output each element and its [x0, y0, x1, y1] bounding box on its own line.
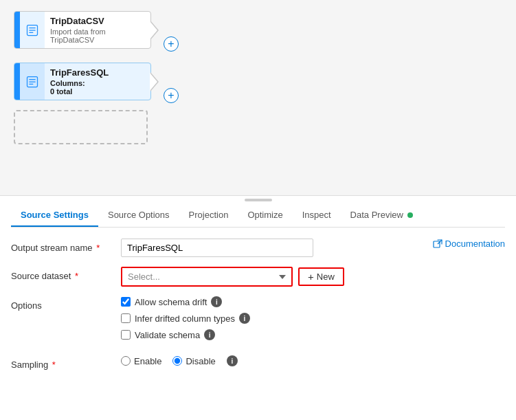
required-indicator-2: *: [75, 271, 78, 281]
tab-data-preview[interactable]: Data Preview: [341, 204, 423, 227]
node-tripdatacsv[interactable]: TripDataCSV Import data from TripDataCSV: [14, 11, 151, 49]
output-stream-label: Output stream name *: [11, 239, 121, 253]
panel-handle-bar: [245, 199, 272, 201]
sampling-row: Sampling * Enable Disable i: [11, 355, 505, 370]
sampling-disable-radio[interactable]: [172, 356, 182, 366]
tab-source-options[interactable]: Source Options: [98, 204, 179, 227]
node-columns-tripfaressql: Columns: 0 total: [50, 79, 145, 96]
output-stream-row: Output stream name * Documentation: [11, 239, 505, 257]
node-left-bar-2: [14, 63, 20, 100]
add-after-tripfaressql-button[interactable]: +: [164, 88, 179, 103]
node-title-tripfaressql: TripFaresSQL: [50, 67, 145, 78]
options-control: Allow schema drift i Infer drifted colum…: [121, 296, 505, 346]
node-subtitle-tripdatacsv: Import data from TripDataCSV: [50, 27, 145, 44]
canvas-area: TripDataCSV Import data from TripDataCSV…: [0, 0, 516, 196]
source-dataset-select[interactable]: Select...: [121, 267, 293, 287]
panel-handle[interactable]: [0, 196, 516, 204]
placeholder-node: [14, 110, 148, 144]
external-link-icon: [433, 239, 442, 249]
infer-drifted-label: Infer drifted column types: [135, 313, 235, 324]
allow-schema-drift-label: Allow schema drift: [135, 297, 207, 307]
sampling-enable-radio[interactable]: [121, 356, 131, 366]
sampling-control: Enable Disable i: [121, 355, 505, 366]
node-icon-tripdatacsv: [20, 12, 45, 48]
infer-drifted-row: Infer drifted column types i: [121, 313, 505, 324]
sampling-enable-label: Enable: [134, 356, 161, 366]
options-row: Options Allow schema drift i Infer drift…: [11, 296, 505, 346]
documentation-link[interactable]: Documentation: [433, 239, 505, 249]
node-body-tripdatacsv: TripDataCSV Import data from TripDataCSV: [45, 12, 150, 48]
sampling-disable-option: Disable: [172, 356, 215, 366]
sampling-label: Sampling *: [11, 355, 121, 370]
tab-source-settings[interactable]: Source Settings: [11, 204, 98, 227]
tab-optimize[interactable]: Optimize: [238, 204, 292, 227]
output-stream-input[interactable]: [121, 239, 313, 257]
source-dataset-label: Source dataset *: [11, 267, 121, 281]
node-tripfaressql-wrapper: TripFaresSQL Columns: 0 total +: [14, 63, 502, 100]
validate-schema-checkbox[interactable]: [121, 330, 131, 340]
node-title-tripdatacsv: TripDataCSV: [50, 16, 145, 26]
allow-schema-drift-info-icon[interactable]: i: [211, 296, 222, 307]
node-left-bar: [14, 12, 20, 48]
node-tripfaressql[interactable]: TripFaresSQL Columns: 0 total: [14, 63, 151, 100]
allow-schema-drift-checkbox[interactable]: [121, 297, 131, 307]
sampling-radio-row: Enable Disable i: [121, 355, 505, 366]
validate-schema-info-icon[interactable]: i: [204, 329, 215, 340]
required-indicator-1: *: [96, 243, 100, 253]
bottom-panel: Source Settings Source Options Projectio…: [0, 204, 516, 390]
options-label: Options: [11, 296, 121, 311]
sampling-info-icon[interactable]: i: [227, 355, 238, 366]
validate-schema-label: Validate schema: [135, 330, 200, 340]
output-stream-control: [121, 239, 419, 257]
tab-projection[interactable]: Projection: [179, 204, 238, 227]
tabs-bar: Source Settings Source Options Projectio…: [11, 204, 505, 228]
columns-value: 0 total: [50, 87, 72, 96]
node-body-tripfaressql: TripFaresSQL Columns: 0 total: [45, 63, 150, 100]
tab-inspect[interactable]: Inspect: [293, 204, 341, 227]
sampling-disable-label: Disable: [186, 356, 215, 366]
sampling-enable-option: Enable: [121, 356, 161, 366]
infer-drifted-info-icon[interactable]: i: [239, 313, 250, 324]
source-dataset-control: Select... + New: [121, 267, 505, 287]
data-preview-status-dot: [407, 212, 413, 218]
required-indicator-3: *: [52, 360, 56, 370]
validate-schema-row: Validate schema i: [121, 329, 505, 340]
svg-rect-2: [434, 241, 440, 247]
node-tripdatacsv-wrapper: TripDataCSV Import data from TripDataCSV…: [14, 11, 502, 49]
infer-drifted-checkbox[interactable]: [121, 313, 131, 323]
new-dataset-button[interactable]: + New: [298, 267, 344, 286]
allow-schema-drift-row: Allow schema drift i: [121, 296, 505, 307]
add-after-tripdatacsv-button[interactable]: +: [164, 36, 179, 52]
plus-icon: +: [308, 272, 314, 282]
source-dataset-row: Source dataset * Select... + New: [11, 267, 505, 287]
node-icon-tripfaressql: [20, 63, 45, 100]
select-row: Select... + New: [121, 267, 505, 287]
